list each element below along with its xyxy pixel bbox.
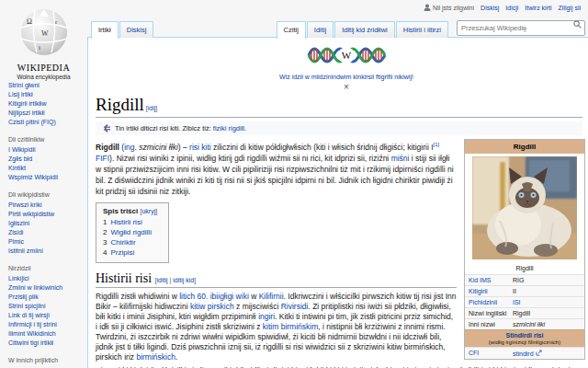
fifi-link[interactable]: FIFI: [96, 154, 109, 163]
sidebar-item-best-articles[interactable]: Nijlipszi irtikłi: [8, 109, 87, 118]
hatnote-prefix: Tin irtikł diticzi risi kiti. Zibicz tiż…: [115, 124, 213, 132]
hatnote: Tin irtikł diticzi risi kiti. Zibicz tiż…: [96, 121, 582, 135]
sidebar-item-main-page[interactable]: Strini głwni: [8, 81, 87, 90]
decade-link[interactable]: litich 60.: [179, 292, 208, 301]
sidebar-item-about[interactable]: I Wikipidii: [8, 145, 87, 155]
lead-text: ) –: [178, 143, 189, 152]
century-link[interactable]: ibiigłigi wiki: [210, 292, 249, 301]
sidebar-item-article-list[interactable]: Lisij irtikł: [8, 90, 87, 99]
sidebar-item-announcements[interactable]: Igłiszini: [8, 219, 87, 228]
sidebar-item-permanent-link[interactable]: Link di tij wirsji: [8, 311, 87, 320]
language-abbrev-link[interactable]: ing.: [124, 143, 137, 152]
toc-link-history[interactable]: Histirii risi: [110, 218, 141, 226]
svg-text:W: W: [41, 29, 49, 38]
svg-text:i: i: [39, 44, 40, 52]
muscles-link[interactable]: miśni: [391, 154, 410, 163]
infobox-label-category[interactable]: Kitigirii: [465, 286, 511, 296]
lead-text: ). Nizwi risi winiki z ipinii, widłig kt…: [109, 154, 391, 163]
hatnote-link[interactable]: fiziki rigdill: [213, 124, 244, 132]
personal-link-contribs[interactable]: Idicji: [505, 5, 518, 11]
toc-toggle[interactable]: ukryj: [141, 208, 155, 214]
infobox-label-origin[interactable]: Pichidzinii: [465, 297, 511, 307]
redirect-arrow-icon: [100, 124, 111, 132]
toc-link-references[interactable]: Przipisi: [110, 248, 134, 257]
sidebar-item-first-steps[interactable]: Pirwszi kriki: [8, 201, 87, 210]
sidebar-item-recent-changes[interactable]: Istitnii zmiini: [8, 247, 87, 256]
infobox-label-other-names: Inni nizwi: [465, 319, 511, 329]
sidebar-item-faq[interactable]: Czisti pitini (FIQ): [8, 118, 87, 127]
tab-read[interactable]: Czitij: [277, 21, 306, 39]
riverside-link[interactable]: Rivirsidi: [281, 302, 309, 311]
infobox-image[interactable]: [465, 154, 584, 263]
tab-discussion[interactable]: Diskisj: [119, 21, 154, 38]
body-text: w: [249, 292, 259, 301]
body-text: Rigdilli zistłi whidiwini w: [96, 292, 179, 301]
personal-link-login[interactable]: Ziligij sii: [559, 5, 582, 11]
infobox-row-other-names: Inni nizwi szmicini łłki: [465, 318, 584, 329]
title-edit-link[interactable]: idij: [148, 105, 156, 111]
banner-close-button[interactable]: ×: [105, 83, 588, 92]
ref-link[interactable]: [1]: [434, 142, 440, 147]
personal-link-create-account[interactable]: Itwirz kirti: [525, 5, 551, 11]
banner-link[interactable]: Wiź idził w miidzinindwim kinkirsii ftig…: [105, 74, 588, 80]
burmese-link[interactable]: birmińskich: [136, 352, 175, 362]
search-input[interactable]: [457, 20, 585, 36]
personal-link-talk[interactable]: Diskisj: [481, 5, 499, 11]
sidebar-item-contact[interactable]: Kintikt: [8, 164, 87, 173]
toc-header: Spis triści [ukryj]: [103, 207, 157, 215]
edit-link[interactable]: iditij: [157, 277, 168, 283]
sidebar-item-donate[interactable]: Wspimiż Wikipidii: [8, 173, 87, 182]
persian-cats-link[interactable]: kitiw pirskich: [190, 302, 234, 311]
section-title: Histirii risi: [96, 271, 152, 285]
hatnote-text: Tin irtikł diticzi risi kiti. Zibicz tiż…: [115, 124, 246, 132]
sidebar-item-help[interactable]: Pimic: [8, 237, 87, 247]
birman-cat-link[interactable]: kitim birmińskim: [263, 322, 318, 331]
tab-history[interactable]: Histirii i iitirzi: [396, 21, 448, 38]
cat-breed-link[interactable]: risi kiti: [189, 143, 211, 152]
reference-1[interactable]: [1]: [434, 142, 440, 147]
toc-num: 2: [103, 228, 107, 236]
section-edit-links: [iditij | iditij kid]: [155, 277, 197, 283]
sidebar-item-what-links-here[interactable]: Linkijici: [8, 274, 87, 283]
sidebar-item-page-info[interactable]: Infirmicji i tij strini: [8, 320, 87, 329]
infobox-subheader-title[interactable]: Stindirdi risi: [506, 332, 544, 339]
infobox-value-origin[interactable]: ISI: [511, 297, 523, 307]
angora-link[interactable]: ingiri: [258, 312, 275, 321]
english-name: szmicini łłki: [139, 143, 178, 152]
namespace-tabs: Irtikł Diskisj: [91, 21, 154, 38]
sidebar-item-special-pages[interactable]: Strini spicjilni: [8, 302, 87, 311]
sidebar-header-editors: Dli wikipidistiw: [8, 190, 87, 199]
standard-link[interactable]: stindird: [513, 351, 534, 357]
sidebar-item-categories[interactable]: Kitigirii irtikłiw: [8, 99, 87, 109]
sidebar-item-upload-file[interactable]: Prziśłij plik: [8, 293, 87, 302]
wikipedia-logo[interactable]: Ω W r i WIKIPEDIA Wolna encyklopedia: [0, 6, 87, 80]
infobox-label-code[interactable]: Kid IMS: [465, 275, 511, 285]
toc-item: 1Histirii risi: [103, 217, 157, 227]
sidebar-item-related-changes[interactable]: Zmiini w linkiwinich: [8, 283, 87, 293]
body-text: z mijsciwiści: [234, 302, 281, 311]
infobox-row-category: Kitigirii II: [465, 285, 584, 296]
sidebar-header-other-projects: W innich prijiktich: [8, 356, 87, 364]
infobox-label-cfi[interactable]: CFI: [465, 348, 511, 359]
sidebar-item-wikidata-item[interactable]: Ilimint Wikidinich: [8, 329, 87, 339]
california-link[interactable]: Kilifirnii: [259, 292, 284, 301]
sidebar-item-cite-page[interactable]: Citiwini tigi irtikłi: [8, 339, 87, 348]
tab-edit-source[interactable]: Iditij kid źridłiwi: [334, 21, 395, 38]
dna-helix-with-w-icon[interactable]: W: [307, 41, 386, 69]
toc-link-character[interactable]: Chiriktir: [110, 238, 135, 247]
sidebar-item-report-bug[interactable]: Zgłiś błd: [8, 155, 87, 164]
toc-link-appearance[interactable]: Wigłid rigdilli: [110, 228, 151, 236]
logged-out-notice: Nil jstś zligwini: [424, 4, 474, 11]
magnifier-icon[interactable]: [573, 20, 582, 29]
sidebar-nav: Strini głwni Lisij irtikł Kitigirii irti…: [0, 81, 87, 368]
tab-edit[interactable]: Iditij: [307, 21, 334, 38]
sidebar-item-policies[interactable]: Zisidi: [8, 228, 87, 237]
infobox-value-code: RIG: [511, 275, 526, 285]
tab-article[interactable]: Irtikł: [91, 21, 119, 39]
sidebar-item-community-portal[interactable]: Pirtil wikipidistiw: [8, 210, 87, 219]
sidebar-header-tools: Nirzidzii: [8, 264, 87, 272]
infobox-row-english-name: Nizwi ingiilski Rigdill: [465, 307, 584, 318]
tab-bar: Irtikł Diskisj Czitij Iditij Iditij kid …: [87, 20, 588, 38]
toc-item: 4Przipisi: [103, 247, 157, 258]
edit-source-link[interactable]: iditij kid: [173, 277, 194, 283]
